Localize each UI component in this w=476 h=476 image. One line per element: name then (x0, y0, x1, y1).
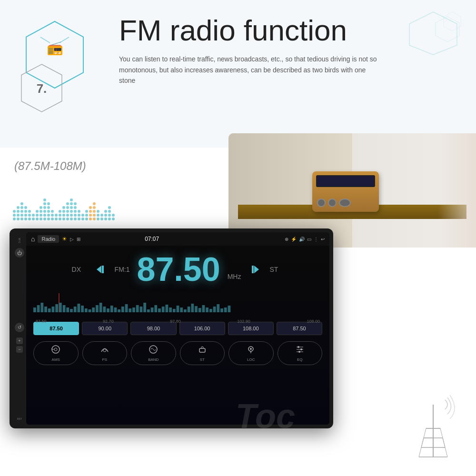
svg-point-41 (43, 202, 46, 205)
svg-marker-7 (436, 17, 459, 42)
st-button[interactable]: ST (180, 341, 225, 365)
svg-point-14 (17, 210, 20, 213)
power-button[interactable]: ⏻ (15, 248, 24, 258)
frequency-display: DX FM:1 87.50 MHz ST (33, 246, 322, 288)
svg-point-44 (47, 214, 50, 217)
svg-point-64 (66, 202, 69, 205)
vol-up-button[interactable]: + (16, 337, 22, 344)
svg-rect-142 (143, 303, 146, 312)
svg-rect-156 (195, 306, 198, 312)
preset-button-4[interactable]: 106.00 (179, 322, 225, 335)
clock-display: 07:07 (145, 236, 159, 242)
svg-point-75 (74, 202, 77, 205)
svg-point-16 (20, 218, 23, 220)
svg-point-179 (298, 351, 300, 353)
loc-label: LOC (247, 357, 255, 362)
svg-rect-139 (132, 307, 135, 312)
preset-button-3[interactable]: 98.00 (130, 322, 176, 335)
eq-button[interactable]: EQ (278, 341, 323, 365)
preset-button-1[interactable]: 87.50 (33, 322, 79, 335)
svg-point-83 (85, 210, 88, 213)
svg-rect-121 (66, 307, 69, 312)
svg-rect-160 (209, 309, 212, 312)
svg-point-54 (59, 214, 61, 217)
image-icon[interactable]: ⊞ (77, 237, 80, 242)
svg-point-52 (55, 214, 58, 217)
freq-label-2: 92.70 (103, 319, 114, 324)
svg-point-10 (13, 214, 16, 217)
more-icon[interactable]: ⋮ (314, 237, 318, 242)
home-icon[interactable]: ⌂ (31, 235, 35, 243)
svg-rect-113 (40, 303, 43, 312)
back-button[interactable]: ↺ (15, 323, 24, 332)
svg-rect-117 (55, 304, 58, 312)
svg-point-96 (100, 218, 103, 220)
svg-point-28 (32, 218, 35, 220)
status-bar: ⌂ Radio ☀ ▷ ⊞ 07:07 ⊕ ⚡ 🔊 ▭ ⋮ ↩ (26, 232, 329, 246)
eq-icon (295, 345, 305, 356)
sound-wave-svg: // This will be rendered as static SVG c… (10, 181, 176, 224)
svg-point-86 (89, 210, 92, 213)
next-station-button[interactable] (248, 262, 262, 277)
svg-point-70 (70, 198, 73, 201)
svg-rect-151 (177, 306, 179, 312)
preset-button-2[interactable]: 90.00 (82, 322, 128, 335)
band-icon (149, 345, 158, 356)
svg-point-98 (104, 218, 107, 220)
svg-rect-148 (165, 305, 168, 312)
svg-rect-162 (217, 304, 219, 312)
svg-rect-126 (85, 308, 88, 312)
svg-point-97 (100, 214, 103, 217)
st-label: ST (200, 357, 205, 362)
svg-point-40 (43, 206, 46, 209)
svg-point-48 (51, 218, 54, 220)
svg-point-58 (62, 210, 65, 213)
svg-point-100 (104, 210, 107, 213)
svg-point-81 (85, 218, 88, 220)
svg-point-60 (66, 218, 69, 220)
svg-point-72 (74, 214, 77, 217)
svg-point-80 (81, 214, 84, 217)
freq-label-3: 97.80 (170, 319, 181, 324)
preset-button-6[interactable]: 87.50 (277, 322, 322, 335)
svg-point-26 (28, 214, 31, 217)
svg-point-43 (47, 218, 50, 220)
svg-rect-134 (114, 307, 117, 312)
back-nav-icon[interactable]: ↩ (321, 237, 325, 242)
svg-line-2 (40, 37, 50, 43)
svg-rect-125 (81, 306, 84, 312)
band-label: BAND (148, 357, 159, 362)
ams-button[interactable]: AMS (33, 341, 79, 365)
svg-rect-171 (199, 348, 205, 352)
svg-rect-152 (180, 307, 183, 312)
prev-station-button[interactable] (93, 262, 108, 277)
person-silhouette (438, 133, 476, 248)
svg-rect-163 (220, 308, 223, 312)
vol-down-button[interactable]: − (16, 346, 22, 353)
svg-line-3 (60, 37, 69, 43)
svg-point-59 (62, 206, 65, 209)
svg-marker-6 (409, 12, 457, 55)
preset-button-5[interactable]: 108.00 (228, 322, 274, 335)
media-icon[interactable]: ▷ (70, 237, 74, 242)
svg-point-49 (51, 214, 54, 217)
svg-point-42 (43, 198, 46, 201)
spectrum-labels: 87.50 92.70 97.80 102.90 108.00 (33, 319, 322, 324)
svg-point-33 (40, 218, 42, 220)
side-buttons-panel: MIC ⏻ ↺ + − RST (13, 236, 26, 421)
svg-point-93 (97, 218, 99, 220)
svg-point-90 (93, 210, 96, 213)
svg-marker-107 (97, 266, 101, 273)
svg-point-102 (108, 214, 111, 217)
ps-button[interactable]: PS (82, 341, 128, 365)
svg-point-53 (59, 218, 61, 220)
loc-button[interactable]: LOC (228, 341, 274, 365)
svg-rect-123 (74, 307, 77, 312)
hex-number-svg: 7. (19, 62, 64, 114)
band-button[interactable]: BAND (131, 341, 176, 365)
radio-prop (312, 171, 379, 212)
svg-point-78 (78, 210, 80, 213)
svg-rect-111 (33, 307, 36, 312)
brightness-icon[interactable]: ☀ (62, 236, 67, 242)
svg-point-13 (17, 214, 20, 217)
